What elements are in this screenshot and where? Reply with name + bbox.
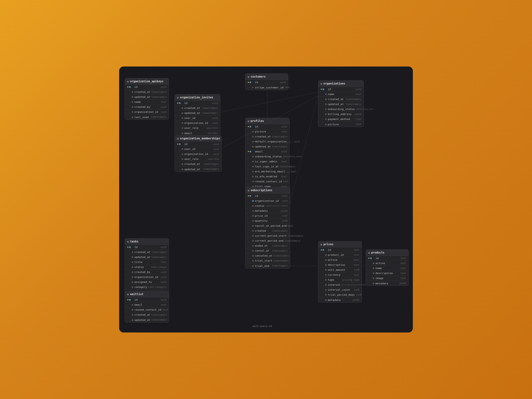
dot-icon: ● — [252, 259, 254, 262]
col-type: uuid — [214, 153, 219, 155]
dot-icon: ● — [252, 130, 254, 133]
col-name: user_role — [184, 126, 205, 129]
table-row: ● interval_count int8 — [318, 287, 362, 292]
table-organization-memberships[interactable]: ▦ organization_memberships ◆● id uuid ● … — [175, 135, 222, 172]
dot-icon: ● — [132, 250, 133, 254]
table-row: ● organization_id uuid — [125, 109, 169, 114]
dot-icon: ● — [181, 126, 183, 129]
table-subscriptions[interactable]: ▦ subscriptions ◆● id text ● organizatio… — [245, 187, 290, 268]
col-type: uuid — [161, 111, 167, 113]
key-icon: ◆ — [177, 102, 178, 104]
table-prices[interactable]: ▦ prices ◆● id text ● product_id text ● … — [318, 241, 362, 303]
col-type: text — [354, 264, 359, 266]
col-type: text — [282, 130, 287, 133]
col-name: currency — [328, 273, 352, 276]
table-row: ● user_role userrole — [175, 126, 220, 131]
col-type: uuid — [212, 102, 218, 104]
col-type: jsonb — [352, 298, 359, 301]
col-type: timestamptz — [272, 145, 287, 148]
table-row: ◆● id text — [245, 193, 290, 198]
col-type: bool — [354, 259, 359, 261]
col-type: uuid — [161, 106, 167, 108]
table-waitlist[interactable]: ▦ waitlist ◆● id uuid ● email text ● res… — [125, 291, 169, 323]
table-icon: ▦ — [248, 120, 249, 122]
table-row: ◆● id uuid — [125, 85, 169, 89]
table-organizations[interactable]: ▦ organizations ◆● id uuid ● name text ●… — [318, 80, 364, 127]
col-type: text — [161, 261, 167, 264]
dot-icon: ● — [325, 268, 327, 271]
col-type: userrole — [206, 127, 218, 129]
table-row: ● created_at timestamptz — [125, 312, 169, 317]
table-title: profiles — [250, 119, 264, 122]
table-row: ● image text — [366, 276, 408, 281]
dot-icon: ● — [132, 303, 133, 306]
table-row: ● resend_contact_id text — [125, 307, 169, 312]
dot-icon: ● — [252, 264, 254, 267]
table-row: ● quantity int8 — [245, 218, 290, 223]
svg-line-4 — [220, 92, 318, 112]
dot-icon: ● — [252, 249, 254, 252]
key-icon: ◆ — [321, 249, 322, 251]
col-name: organization_id — [184, 121, 211, 124]
dot-icon: ● — [181, 132, 183, 135]
dot-icon: ● — [132, 100, 133, 103]
dot-icon: ● — [323, 88, 324, 91]
table-title: organization_memberships — [180, 137, 220, 140]
table-customers[interactable]: ▦ customers ◆● id uuid ◈ stripe_customer… — [245, 73, 288, 90]
table-row: ● onboarding_status onboarding_statu... — [245, 154, 289, 159]
table-products[interactable]: ▦ products ◆● id text ● active bool ● na… — [366, 249, 409, 286]
dot-icon: ● — [129, 85, 131, 88]
table-profiles[interactable]: ▦ profiles ◆● id uuid ● picture text ● c… — [245, 118, 290, 194]
col-name: id — [255, 194, 281, 197]
table-row: ● type pricing_type — [318, 277, 362, 282]
dot-icon: ● — [181, 162, 183, 165]
table-row: ● description text — [366, 271, 408, 276]
table-title: subscriptions — [250, 189, 272, 192]
table-row: ● updated_at timestamptz — [125, 317, 169, 322]
table-row: ● cancel_at timestamptz — [245, 248, 290, 253]
table-row: ● created_by uuid — [125, 104, 169, 109]
table-row: ◆● email uuid — [245, 149, 289, 154]
dot-icon: ● — [252, 239, 254, 242]
dot-icon: ● — [325, 123, 327, 126]
col-name: created_at — [328, 98, 345, 101]
col-name: trial_end — [255, 264, 271, 267]
col-type: timestamptz — [151, 116, 167, 118]
col-type: text — [401, 277, 406, 280]
table-row: ● updated_at timestamptz — [175, 167, 221, 172]
table-row: ● created_by uuid — [125, 270, 169, 275]
col-type: onboarding_statu... — [283, 155, 305, 158]
col-name: created_at — [184, 106, 201, 109]
col-name: organization_id — [134, 275, 160, 278]
table-title: organizations — [323, 82, 345, 85]
table-row: ● name text — [318, 92, 364, 97]
col-name: last_used — [134, 116, 150, 119]
col-type: text — [401, 267, 406, 270]
col-type: uuid — [280, 81, 286, 84]
dot-icon: ● — [181, 121, 183, 124]
col-name: resend_contact_id — [134, 308, 161, 311]
col-type: timestamptz — [273, 259, 289, 262]
dot-icon: ● — [132, 260, 133, 264]
table-organization-invites[interactable]: ▦ organization_invites ◆● id uuid ● crea… — [175, 94, 220, 136]
table-row: ◈ stripe_customer_id text — [245, 85, 288, 90]
dot-icon: ● — [325, 298, 327, 301]
table-row: ● active bool — [318, 257, 362, 262]
table-row: ● status subscription_status — [245, 203, 290, 208]
dot-icon: ● — [132, 265, 133, 268]
col-name: active — [375, 262, 399, 265]
col-name: image — [375, 277, 399, 280]
col-type: timestamptz — [151, 251, 167, 254]
col-type: timestamptz — [272, 264, 288, 267]
table-row: ● cancel_at_period_end bool — [245, 223, 290, 228]
table-tasks[interactable]: ▦ tasks ◆● id uuid ● created_at timestam… — [125, 238, 169, 295]
dot-icon: ● — [132, 285, 133, 288]
dot-icon: ● — [252, 135, 254, 138]
table-organization-apikeys[interactable]: ▦ organization_apikeys ◆● id uuid ● crea… — [125, 78, 169, 120]
col-name: id — [184, 101, 211, 104]
table-row: ● price_id text — [245, 213, 290, 218]
col-name: trial_period_days — [328, 293, 355, 296]
table-icon: ▦ — [321, 243, 322, 246]
col-type: bool — [401, 262, 406, 265]
table-row: ◆● id uuid — [125, 297, 169, 302]
